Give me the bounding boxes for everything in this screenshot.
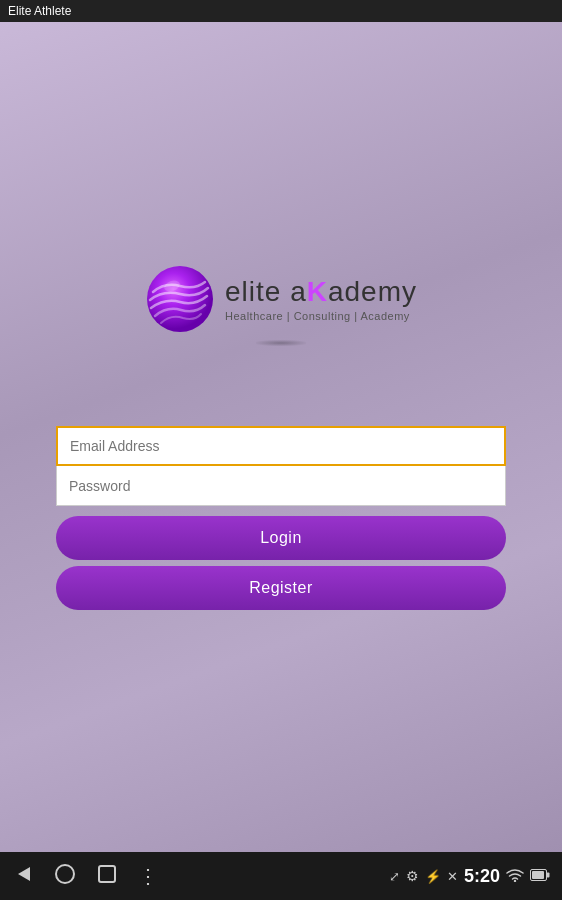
status-icons: ⤢ ⚙ ⚡ ✕ 5:20 xyxy=(389,866,550,887)
logo-shadow xyxy=(256,340,306,346)
battery-icon xyxy=(530,867,550,885)
logo-ademy: ademy xyxy=(328,276,417,307)
nav-home-icon[interactable] xyxy=(54,863,76,890)
login-button[interactable]: Login xyxy=(56,516,506,560)
svg-rect-8 xyxy=(532,871,544,879)
settings-icon: ⚙ xyxy=(406,868,419,884)
logo-k: K xyxy=(307,276,328,307)
svg-marker-2 xyxy=(18,867,30,881)
time-display: 5:20 xyxy=(464,866,500,887)
expand-icon: ⤢ xyxy=(389,869,400,884)
nav-icons: ⋮ xyxy=(12,863,158,890)
logo-title: elite aKademy xyxy=(225,276,417,308)
password-input[interactable] xyxy=(56,466,506,506)
nav-recent-icon[interactable] xyxy=(96,863,118,890)
logo-area: elite aKademy Healthcare | Consulting | … xyxy=(145,264,417,346)
register-button[interactable]: Register xyxy=(56,566,506,610)
nav-back-icon[interactable] xyxy=(12,863,34,890)
title-bar: Elite Athlete xyxy=(0,0,562,22)
signal-icon: ✕ xyxy=(447,869,458,884)
logo-text: elite aKademy Healthcare | Consulting | … xyxy=(225,276,417,322)
wifi-icon xyxy=(506,868,524,885)
app-title: Elite Athlete xyxy=(8,4,71,18)
nav-menu-icon[interactable]: ⋮ xyxy=(138,864,158,888)
status-bar: ⋮ ⤢ ⚙ ⚡ ✕ 5:20 xyxy=(0,852,562,900)
logo-row: elite aKademy Healthcare | Consulting | … xyxy=(145,264,417,334)
logo-a: a xyxy=(290,276,307,307)
logo-globe-icon xyxy=(145,264,215,334)
svg-rect-4 xyxy=(99,866,115,882)
svg-point-5 xyxy=(514,879,516,881)
logo-subtitle: Healthcare | Consulting | Academy xyxy=(225,310,417,322)
main-content: elite aKademy Healthcare | Consulting | … xyxy=(0,22,562,852)
svg-rect-7 xyxy=(547,873,550,878)
email-input[interactable] xyxy=(56,426,506,466)
svg-point-3 xyxy=(56,865,74,883)
form-area: Login Register xyxy=(56,426,506,610)
usb-icon: ⚡ xyxy=(425,869,441,884)
logo-elite: elite xyxy=(225,276,290,307)
